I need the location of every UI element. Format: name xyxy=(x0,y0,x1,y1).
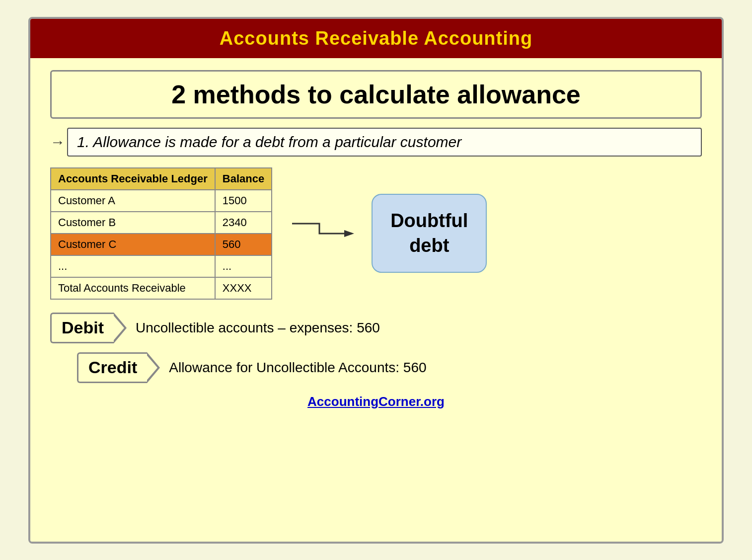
debit-arrow-icon xyxy=(114,313,127,343)
footer: AccountingCorner.org xyxy=(50,394,702,409)
credit-label: Credit xyxy=(77,352,147,383)
arrow-method1-icon: → xyxy=(50,134,65,151)
slide: Accounts Receivable Accounting 2 methods… xyxy=(28,17,724,544)
table-row-customer-c: Customer C 560 xyxy=(51,234,272,255)
table-to-doubtful-arrow xyxy=(287,219,357,248)
table-section: Accounts Receivable Ledger Balance Custo… xyxy=(50,167,702,300)
arrow-svg xyxy=(290,219,354,248)
method1-row: → 1. Allowance is made for a debt from a… xyxy=(50,128,702,157)
credit-arrow-icon xyxy=(147,352,160,383)
customer-c-balance: 560 xyxy=(215,234,272,255)
body: 2 methods to calculate allowance → 1. Al… xyxy=(30,58,722,542)
table-row-customer-a: Customer A 1500 xyxy=(51,190,272,212)
dots-balance: ... xyxy=(215,255,272,277)
methods-box: 2 methods to calculate allowance xyxy=(50,70,702,119)
customer-a-name: Customer A xyxy=(51,190,215,212)
credit-row: Credit Allowance for Uncollectible Accou… xyxy=(50,352,702,383)
total-balance: XXXX xyxy=(215,277,272,299)
debit-badge: Debit xyxy=(50,313,127,343)
header-title: Accounts Receivable Accounting xyxy=(220,28,532,49)
credit-badge: Credit xyxy=(77,352,160,383)
doubtful-debt-box: Doubtful debt xyxy=(372,194,487,273)
doubtful-line2: debt xyxy=(409,235,449,256)
debit-text: Uncollectible accounts – expenses: 560 xyxy=(136,320,380,336)
col2-header: Balance xyxy=(215,168,272,190)
methods-title: 2 methods to calculate allowance xyxy=(171,80,581,109)
col1-header: Accounts Receivable Ledger xyxy=(51,168,215,190)
header: Accounts Receivable Accounting xyxy=(30,19,722,58)
customer-b-name: Customer B xyxy=(51,212,215,234)
table-row-header: Accounts Receivable Ledger Balance xyxy=(51,168,272,190)
customer-a-balance: 1500 xyxy=(215,190,272,212)
customer-b-balance: 2340 xyxy=(215,212,272,234)
table-row-total: Total Accounts Receivable XXXX xyxy=(51,277,272,299)
debit-credit-section: Debit Uncollectible accounts – expenses:… xyxy=(50,313,702,383)
credit-text: Allowance for Uncollectible Accounts: 56… xyxy=(169,360,426,376)
svg-marker-0 xyxy=(344,230,354,237)
ledger-table: Accounts Receivable Ledger Balance Custo… xyxy=(50,167,272,300)
method1-text: 1. Allowance is made for a debt from a p… xyxy=(77,134,461,150)
doubtful-line1: Doubtful xyxy=(390,210,468,231)
dots-name: ... xyxy=(51,255,215,277)
method1-box: 1. Allowance is made for a debt from a p… xyxy=(67,128,702,157)
debit-label: Debit xyxy=(50,313,114,343)
customer-c-name: Customer C xyxy=(51,234,215,255)
footer-link[interactable]: AccountingCorner.org xyxy=(307,394,445,409)
table-row-dots: ... ... xyxy=(51,255,272,277)
total-name: Total Accounts Receivable xyxy=(51,277,215,299)
table-row-customer-b: Customer B 2340 xyxy=(51,212,272,234)
debit-row: Debit Uncollectible accounts – expenses:… xyxy=(50,313,702,343)
